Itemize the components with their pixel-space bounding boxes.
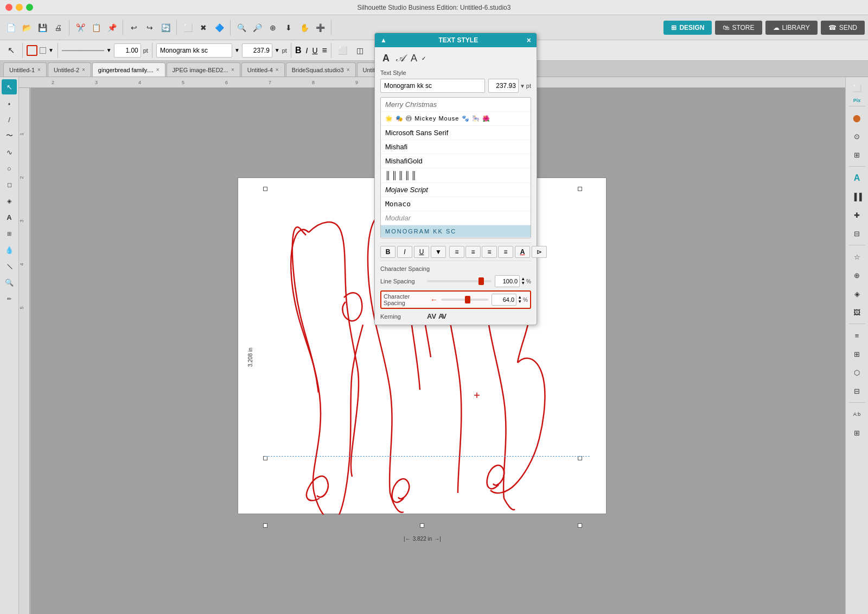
font-name-format[interactable] [156,43,232,58]
char-spacing-thumb[interactable] [465,296,470,303]
rp-layers-btn[interactable]: ⊟ [848,225,866,242]
font-style-script[interactable]: 𝒜 [394,52,406,65]
bezier-tool[interactable]: ∿ [2,144,17,160]
underline-format-btn[interactable]: U [312,46,317,55]
panel-collapse-btn[interactable]: ▲ [380,36,387,44]
align-left-btn[interactable]: ≡ [449,246,464,258]
fill-color-box[interactable] [40,47,46,54]
rp-chart-btn[interactable]: ▐▐ [848,188,866,205]
eraser-tool[interactable]: ◈ [2,193,17,208]
line-tool[interactable]: / [2,112,17,127]
font-item-mojave[interactable]: Mojave Script [381,183,531,197]
line-style[interactable]: ───── [62,43,104,58]
align-right-btn[interactable]: ≡ [482,246,497,258]
zoom-out-icon[interactable]: 🔎 [250,20,265,35]
group-icon[interactable]: 🔷 [212,20,227,35]
transform-format-btn[interactable]: ⬜ [335,43,350,58]
rp-texture-btn[interactable]: ⊞ [848,345,866,363]
print-icon[interactable]: 🖨 [50,20,66,35]
font-dropdown-arrow[interactable]: ▼ [234,47,240,53]
format-dropdown[interactable]: ▼ [431,246,446,258]
zoom-full-icon[interactable]: ⬇ [281,20,296,35]
font-item-mishafi[interactable]: Mishafi [381,140,531,154]
rp-shapes-btn[interactable]: ◈ [848,285,866,302]
minimize-button[interactable] [16,4,23,11]
rp-color-btn[interactable]: ⬤ [848,109,866,126]
font-list[interactable]: Merry Christmas 🌟 🎭 ⓜ Mickey Mouse 🐾 🎠 🌺… [380,97,531,238]
open-icon[interactable]: 📂 [19,20,34,35]
save-icon[interactable]: 💾 [35,20,50,35]
rp-lines-btn[interactable]: ≡ [848,327,866,344]
rp-halftone-btn[interactable]: ⊞ [848,146,866,163]
freehand-tool[interactable]: 〜 [2,128,17,143]
line-spacing-slider-area[interactable] [427,277,492,286]
char-spacing-slider[interactable] [441,299,488,301]
line-arrow[interactable]: ▼ [106,47,112,53]
close-button[interactable] [5,4,12,11]
skew-btn[interactable]: ⊳ [532,246,547,258]
refresh-icon[interactable]: 🔄 [158,20,173,35]
rp-ab-btn[interactable]: A:b [848,406,866,423]
line-spacing-slider[interactable] [427,280,492,282]
tab-gingerbread[interactable]: gingerbread family.... × [92,62,165,77]
line-spacing-thumb[interactable] [478,277,484,285]
eyedropper-tool[interactable]: 💧 [2,242,17,257]
line-spacing-down[interactable]: ▼ [521,281,525,286]
tab-untitled-2[interactable]: Untitled-2 × [48,62,91,77]
rp-star-btn[interactable]: ☆ [848,248,866,265]
rp-3d-btn[interactable]: ⬡ [848,364,866,381]
tab-untitled-1[interactable]: Untitled-1 × [3,62,47,77]
align-justify-btn[interactable]: ≡ [498,246,513,258]
zoom-in-icon[interactable]: 🔍 [234,20,249,35]
font-size-format[interactable] [242,43,272,58]
underline-btn[interactable]: U [414,246,429,258]
font-item-monogram[interactable]: MONOGRAM KK SC [381,225,531,238]
design-button[interactable]: ⊞ DESIGN [663,21,712,35]
send-button[interactable]: ☎ SEND [821,21,865,35]
rp-palette-btn[interactable]: ⊙ [848,128,866,145]
pan-icon[interactable]: ✋ [297,20,312,35]
rp-text-btn[interactable]: A [848,169,866,187]
new-icon[interactable]: 📄 [3,20,18,35]
paste-icon[interactable]: 📌 [104,20,119,35]
store-button[interactable]: 🛍 STORE [715,21,762,35]
maximize-button[interactable] [26,4,33,11]
handle-bm[interactable] [420,523,424,528]
select-icon[interactable]: ⬜ [180,20,195,35]
font-item-modular[interactable]: Modular [381,211,531,225]
tab-close-4[interactable]: × [231,67,234,73]
font-name-input[interactable] [380,79,485,93]
kerning-sample-2[interactable]: AV [438,312,445,320]
add-point-icon[interactable]: ➕ [312,20,328,35]
ellipse-tool[interactable]: ○ [2,161,17,176]
tab-close-5[interactable]: × [276,67,279,73]
bold-btn[interactable]: B [380,246,395,258]
redo-icon[interactable]: ↪ [142,20,157,35]
paint-tool[interactable]: ✏ [2,291,17,306]
rp-table-btn[interactable]: ⊞ [848,424,866,441]
cut-icon[interactable]: ✂️ [73,20,88,35]
char-spacing-slider-area[interactable] [441,295,488,304]
rectangle-tool[interactable]: ◻ [2,177,17,192]
align-center-btn[interactable]: ≡ [465,246,481,258]
font-item-barcode[interactable]: ║║║║║ [381,168,531,183]
magnify-tool[interactable]: 🔍 [2,275,17,290]
font-item-mishafigold[interactable]: MishafiGold [381,154,531,168]
font-item-symbols[interactable]: 🌟 🎭 ⓜ Mickey Mouse 🐾 🎠 🌺 [381,112,531,126]
node-tool[interactable]: ⬧ [2,96,17,111]
fill-tool[interactable]: ⊞ [2,226,17,241]
font-item-christmas[interactable]: Merry Christmas [381,98,531,112]
align-format-btn[interactable]: ≡ [322,46,327,55]
font-item-mssans[interactable]: Microsoft Sans Serif [381,126,531,140]
knife-tool[interactable]: | [0,255,20,277]
italic-btn[interactable]: I [397,246,412,258]
font-size-input[interactable] [488,79,519,93]
font-style-serif[interactable]: A [380,52,392,65]
delete-icon[interactable]: ✖ [196,20,211,35]
rp-page-btn[interactable]: ⬜ [848,79,866,97]
font-size-arrow[interactable]: ▼ [275,47,280,53]
handle-bl[interactable] [263,523,267,528]
rp-grid-btn[interactable]: ⊟ [848,382,866,400]
select-tool[interactable]: ↖ [2,79,17,94]
text-color-btn[interactable]: A [515,246,530,258]
